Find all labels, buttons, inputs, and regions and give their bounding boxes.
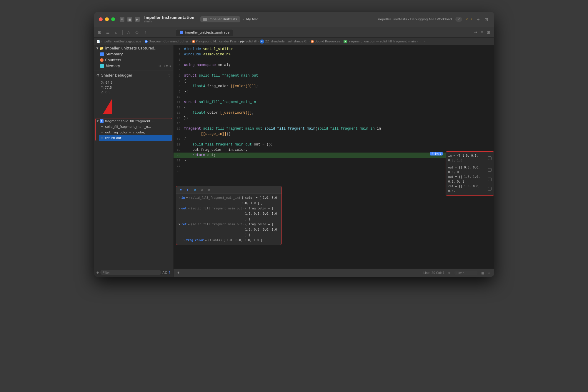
lines-icon[interactable]: ≡ (479, 29, 485, 36)
breadcrumb-sep-7: › (417, 40, 418, 43)
debug-tb-icon-gear[interactable]: ⚙ (193, 187, 197, 192)
expand-icon[interactable]: ⇥ (472, 29, 479, 36)
code-line-11: 11 struct solid_fill_fragment_main_in (174, 100, 494, 105)
breadcrumb-item-bound-resources[interactable]: B Bound Resources (311, 40, 340, 43)
debug-tb-icon-clock[interactable]: ⊙ (207, 187, 211, 192)
inline-popup: in = {[ 1.0, 0.0, 0.0, 1.0 out = {[ 0.0,… (446, 151, 494, 196)
status-grid-icon[interactable]: ▦ (481, 271, 484, 275)
line-content-16: fragment solid_fill_fragment_main_out so… (184, 126, 494, 131)
tab-unittests[interactable]: Impeller Unittests (200, 16, 240, 22)
debug-type-ret: = (188, 222, 190, 227)
tree-item-return[interactable]: = return out; (99, 135, 172, 141)
code-line-5: 5 (174, 68, 494, 73)
breadcrumb-cmd-label: Onscreen Command Buffer (149, 40, 189, 43)
line-num-5: 5 (174, 68, 184, 73)
fullscreen-button[interactable] (111, 17, 115, 21)
sort-icon[interactable]: AZ (162, 271, 167, 274)
breadcrumb-item-fragment[interactable]: S Fragment Function — solid_fill_fragmen… (344, 40, 416, 43)
close-button[interactable] (99, 17, 103, 21)
sidebar-item-summary[interactable]: Summary (94, 51, 173, 57)
add-tab-button[interactable]: + (475, 16, 481, 22)
summary-icon (100, 52, 104, 56)
pin-icon[interactable]: ↑ (168, 271, 171, 274)
code-line-17: 17 { (174, 137, 494, 142)
debug-type-frag-color: = (205, 238, 207, 243)
filter-input[interactable] (100, 270, 161, 275)
stop-icon[interactable]: ■ (127, 17, 132, 22)
tree-icon-f: f (100, 119, 104, 123)
inline-out2-icon[interactable] (488, 178, 492, 181)
shader-debugger-icon: ⚙ (96, 73, 100, 77)
breadcrumb-orange-icon: ▶ (192, 40, 195, 43)
sidebar-root-item[interactable]: ▼ 📁 impeller_unittests Captured... (94, 45, 173, 51)
tree-item-fragment[interactable]: ▼ f fragment solid_fill_fragment_... (96, 118, 172, 124)
code-line-13: 13 float4 color [[user(locn0)]]; (174, 110, 494, 115)
diamond-icon[interactable]: ◇ (134, 29, 140, 36)
breadcrumb-nav-right[interactable]: › (424, 40, 425, 43)
info-icon[interactable]: 𝒊 (142, 29, 149, 36)
breadcrumb-nav-left[interactable]: ‹ (420, 40, 422, 43)
inline-popup-row-ret: ret = {[ 1.0, 0.0, 0.0, 1 (448, 184, 492, 193)
tree-icon-eq-1: = (100, 125, 104, 128)
status-filter-input[interactable] (454, 271, 478, 275)
minimize-button[interactable] (105, 17, 109, 21)
debug-struct-out: (solid_fill_fragment_main_out) (191, 206, 244, 211)
code-area[interactable]: 1 #include <metal_stdlib> 2 #include <si… (174, 45, 494, 269)
breadcrumb-item-file[interactable]: 📄 impeller_unittests.gputrace (96, 40, 141, 43)
debug-tb-icon-play[interactable]: ▶ (186, 187, 190, 192)
breadcrumb-s-icon: S (344, 40, 347, 43)
layout-button[interactable]: ⊡ (484, 16, 489, 22)
debug-row-out: › out = (solid_fill_fragment_main_out) {… (179, 206, 279, 222)
sidebar-divider-1 (94, 70, 173, 70)
titlebar-status: impeller_unittests - Debugging GPU Workl… (378, 17, 472, 22)
debug-var-frag-color: frag_color (186, 238, 204, 243)
debug-val-frag-color: [ 1.0, 0.0, 0.0, 1.0 ] (223, 238, 262, 243)
inline-out1-icon[interactable] (488, 168, 492, 172)
warning-icon[interactable]: △ (126, 29, 132, 36)
code-line-12: 12 { (174, 105, 494, 110)
debug-tb-icon-rect[interactable]: ■ (179, 187, 183, 192)
debug-arrow-ret: ∨ (179, 222, 180, 227)
grid-icon[interactable]: ⊞ (485, 29, 492, 36)
toolbar-main: impeller_unittests.gputrace (176, 29, 472, 36)
sidebar-item-memory[interactable]: Memory 31.3 MB (94, 63, 173, 69)
breadcrumb-item-draw[interactable]: 22 22 [drawInde...seInstance:0] (260, 39, 307, 44)
search-icon[interactable]: ⌕ (113, 29, 119, 36)
secondary-toolbar: ⊞ ☰ ⌕ △ ◇ 𝒊 impeller_unittests.gputrace … (94, 27, 494, 38)
breadcrumb-blue-icon: ⟳ (145, 40, 148, 43)
sidebar-split-icon[interactable]: ⊞ (96, 29, 103, 36)
code-line-15: 15 (174, 121, 494, 126)
debug-panel: ■ ▶ ⚙ ↺ ⊙ › in = (solid_fill_fragment_ma… (176, 186, 282, 245)
breadcrumb-item-render-pass[interactable]: ▶ Playground M...Render Pass (192, 40, 237, 43)
breadcrumb-item-solidfill[interactable]: ▶▶ SolidFill (240, 40, 256, 43)
inline-in-icon[interactable] (488, 156, 492, 160)
line-num-17: 17 (174, 137, 184, 142)
sidebar-item-counters[interactable]: Counters (94, 57, 173, 63)
debug-arrow-in: › (179, 195, 180, 201)
breadcrumb-sep-4: › (258, 40, 259, 43)
tree-item-out[interactable]: = solid_fill_fragment_main_o... (99, 124, 172, 130)
line-content-14: }; (184, 115, 494, 121)
debug-tb-icon-refresh[interactable]: ↺ (200, 187, 204, 192)
file-tab[interactable]: impeller_unittests.gputrace (176, 29, 233, 36)
inline-ret-icon[interactable] (488, 187, 492, 191)
breadcrumb-item-command-buffer[interactable]: ⟳ Onscreen Command Buffer (145, 40, 189, 43)
list-icon[interactable]: ☰ (105, 29, 111, 36)
sidebar-bottom-icons: AZ ↑ (162, 271, 171, 274)
sidebar: ▼ 📁 impeller_unittests Captured... Summa… (94, 45, 174, 277)
sidebar-toggle-icon[interactable]: ⊟ (120, 17, 124, 22)
tree-item-frag-color[interactable]: = out.frag_color = in.color; (99, 130, 172, 135)
debug-var-in: in (181, 195, 185, 201)
debug-struct-ret: (solid_fill_fragment_main_out) (191, 222, 244, 227)
debug-var-ret: ret (181, 222, 187, 227)
play-icon[interactable]: ▶ (135, 17, 140, 22)
status-expand-icon[interactable]: ⊞ (488, 271, 490, 275)
breadcrumb-solidfill-icon: ▶▶ (240, 40, 244, 43)
shader-debugger-row[interactable]: ⚙ Shader Debugger ⇅ (94, 72, 173, 79)
breadcrumb-sep-2: › (190, 40, 191, 43)
code-line-16b: [[stage_in]])) (174, 131, 494, 137)
breadcrumb-fragment-label: Fragment Function — solid_fill_fragment_… (348, 40, 416, 43)
debug-row-ret: ∨ ret = (solid_fill_fragment_main_out) {… (179, 222, 279, 238)
line-content-4: using namespace metal; (184, 62, 494, 68)
inline-popup-row-out2: out = {[ 1.0, 1.0, 0.0, 0, 1 (448, 175, 492, 184)
